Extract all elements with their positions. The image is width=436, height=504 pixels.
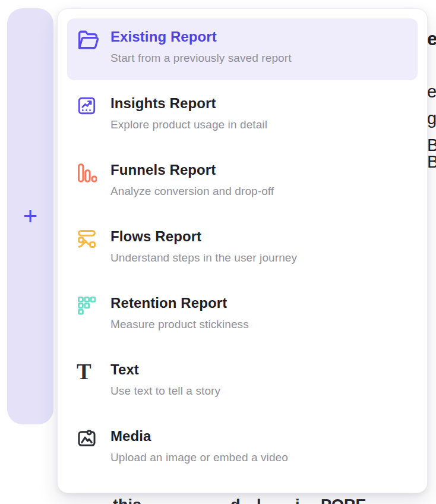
menu-item-subtitle: Measure product stickiness <box>110 318 249 331</box>
add-content-rail: + <box>7 8 53 424</box>
menu-item-subtitle: Understand steps in the user journey <box>110 251 297 264</box>
menu-item-title: Existing Report <box>110 29 292 45</box>
menu-item-subtitle: Explore product usage in detail <box>110 118 267 131</box>
background-text-fragment: i <box>295 496 300 504</box>
funnel-bars-icon <box>77 162 102 184</box>
create-content-menu: Existing Report Start from a previously … <box>57 8 428 493</box>
menu-item-retention-report[interactable]: Retention Report Measure product stickin… <box>67 285 418 346</box>
folder-open-icon <box>77 29 102 51</box>
menu-item-title: Funnels Report <box>110 162 274 178</box>
menu-item-subtitle: Start from a previously saved report <box>110 52 292 65</box>
menu-item-flows-report[interactable]: Flows Report Understand steps in the use… <box>67 218 418 280</box>
menu-item-funnels-report[interactable]: Funnels Report Analyze conversion and dr… <box>67 152 418 213</box>
menu-item-title: Text <box>110 361 220 378</box>
menu-item-title: Media <box>110 428 288 445</box>
flows-icon <box>77 229 102 249</box>
background-text-fragment: this <box>113 496 141 504</box>
menu-item-subtitle: Use text to tell a story <box>110 385 220 398</box>
menu-item-title: Retention Report <box>110 295 249 311</box>
media-icon <box>77 429 102 449</box>
background-text-fragment: e <box>427 82 436 102</box>
background-text-fragment: d <box>230 496 241 504</box>
menu-item-insights-report[interactable]: Insights Report Explore product usage in… <box>67 85 418 147</box>
menu-item-media[interactable]: Media Upload an image or embed a video <box>67 418 418 480</box>
background-text-fragment: l <box>257 496 261 504</box>
add-content-button[interactable]: + <box>23 204 38 229</box>
background-text-fragment: B <box>427 152 436 172</box>
retention-grid-icon <box>77 295 102 316</box>
menu-item-subtitle: Upload an image or embed a video <box>110 451 288 464</box>
menu-item-title: Flows Report <box>110 228 297 245</box>
board-editor-screen: { "rail": { "plus_label": "+" }, "menu":… <box>0 0 436 504</box>
menu-item-text[interactable]: T Text Use text to tell a story <box>67 351 418 413</box>
insights-chart-icon <box>77 96 102 116</box>
menu-item-existing-report[interactable]: Existing Report Start from a previously … <box>67 18 418 80</box>
menu-item-subtitle: Analyze conversion and drop-off <box>110 185 274 198</box>
background-text-fragment: ex <box>427 29 436 50</box>
text-icon: T <box>77 362 102 382</box>
background-text-fragment: PORE <box>321 496 367 504</box>
background-text-fragment: gB <box>427 109 436 128</box>
menu-item-title: Insights Report <box>110 95 267 112</box>
